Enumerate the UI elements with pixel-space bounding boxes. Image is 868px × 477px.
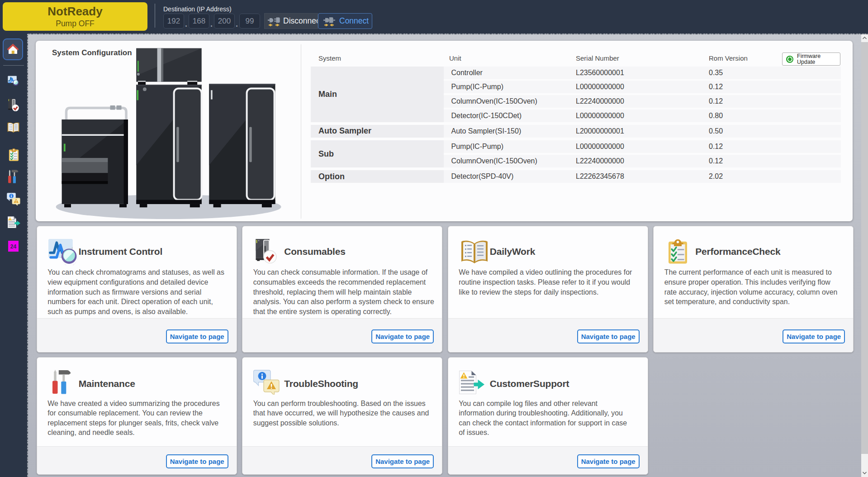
svg-text:24: 24 <box>10 243 17 250</box>
